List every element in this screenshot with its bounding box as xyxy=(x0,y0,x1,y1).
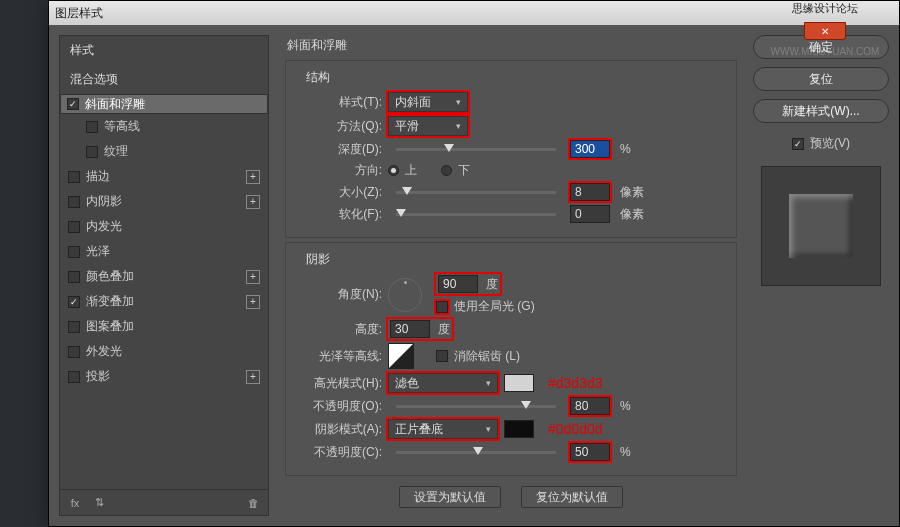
effect-label: 等高线 xyxy=(104,118,140,135)
chevron-down-icon: ▾ xyxy=(456,97,461,107)
shadow-opacity-slider[interactable] xyxy=(396,451,556,454)
direction-label: 方向: xyxy=(296,162,382,179)
cancel-button[interactable]: 复位 xyxy=(753,67,889,91)
preview-checkbox[interactable] xyxy=(792,138,804,150)
highlight-mode-select[interactable]: 滤色▾ xyxy=(388,373,498,393)
angle-dial[interactable] xyxy=(388,278,422,312)
fx-icon[interactable]: fx xyxy=(68,496,82,510)
effect-checkbox[interactable] xyxy=(68,221,80,233)
shadow-hex: #0d0d0d xyxy=(548,421,603,437)
chevron-down-icon: ▾ xyxy=(486,424,491,434)
effect-checkbox[interactable] xyxy=(68,196,80,208)
soften-slider[interactable] xyxy=(396,213,556,216)
highlight-opacity-input[interactable]: 80 xyxy=(570,397,610,415)
effect-row-10[interactable]: 外发光 xyxy=(60,339,268,364)
highlight-opacity-label: 不透明度(O): xyxy=(296,398,382,415)
close-button[interactable]: ✕ xyxy=(804,22,846,40)
effect-checkbox[interactable] xyxy=(68,271,80,283)
direction-down-radio[interactable] xyxy=(441,165,452,176)
bevel-preview-icon xyxy=(789,194,853,258)
effect-label: 内阴影 xyxy=(86,193,122,210)
effect-row-6[interactable]: 光泽 xyxy=(60,239,268,264)
effect-row-8[interactable]: 渐变叠加+ xyxy=(60,289,268,314)
effect-row-0[interactable]: 斜面和浮雕 xyxy=(60,94,268,114)
effect-label: 描边 xyxy=(86,168,110,185)
arrows-icon[interactable]: ⇅ xyxy=(92,496,106,510)
chevron-down-icon: ▾ xyxy=(486,378,491,388)
blend-options-header[interactable]: 混合选项 xyxy=(60,65,268,94)
effect-row-9[interactable]: 图案叠加 xyxy=(60,314,268,339)
altitude-input[interactable]: 30 xyxy=(390,320,430,338)
effect-row-1[interactable]: 等高线 xyxy=(60,114,268,139)
effect-label: 颜色叠加 xyxy=(86,268,134,285)
depth-slider[interactable] xyxy=(396,148,556,151)
add-instance-icon[interactable]: + xyxy=(246,370,260,384)
add-instance-icon[interactable]: + xyxy=(246,195,260,209)
effect-row-3[interactable]: 描边+ xyxy=(60,164,268,189)
effect-row-7[interactable]: 颜色叠加+ xyxy=(60,264,268,289)
effect-checkbox[interactable] xyxy=(68,246,80,258)
reset-default-button[interactable]: 复位为默认值 xyxy=(521,486,623,508)
soften-input[interactable]: 0 xyxy=(570,205,610,223)
add-instance-icon[interactable]: + xyxy=(246,270,260,284)
technique-select[interactable]: 平滑▾ xyxy=(388,116,468,136)
effect-label: 图案叠加 xyxy=(86,318,134,335)
effect-label: 渐变叠加 xyxy=(86,293,134,310)
layer-style-dialog: 图层样式 思缘设计论坛 ✕ WWW.MISSYUAN.COM 样式 混合选项 斜… xyxy=(48,0,900,527)
shadow-mode-select[interactable]: 正片叠底▾ xyxy=(388,419,498,439)
effect-row-5[interactable]: 内发光 xyxy=(60,214,268,239)
highlight-opacity-slider[interactable] xyxy=(396,405,556,408)
effect-label: 纹理 xyxy=(104,143,128,160)
gloss-label: 光泽等高线: xyxy=(296,348,382,365)
trash-icon[interactable]: 🗑 xyxy=(246,496,260,510)
altitude-label: 高度: xyxy=(296,321,382,338)
shadow-color-swatch[interactable] xyxy=(504,420,534,438)
size-label: 大小(Z): xyxy=(296,184,382,201)
effect-checkbox[interactable] xyxy=(67,98,79,110)
antialias-checkbox[interactable] xyxy=(436,350,448,362)
highlight-hex: #d3d3d3 xyxy=(548,375,603,391)
effect-label: 内发光 xyxy=(86,218,122,235)
chevron-down-icon: ▾ xyxy=(456,121,461,131)
window-title: 图层样式 xyxy=(55,5,103,22)
effect-checkbox[interactable] xyxy=(86,121,98,133)
angle-label: 角度(N): xyxy=(296,286,382,303)
depth-input[interactable]: 300 xyxy=(570,140,610,158)
gloss-contour[interactable] xyxy=(388,343,414,369)
shading-legend: 阴影 xyxy=(306,251,726,268)
highlight-color-swatch[interactable] xyxy=(504,374,534,392)
preview-thumbnail xyxy=(761,166,881,286)
size-slider[interactable] xyxy=(396,191,556,194)
shadow-opacity-input[interactable]: 50 xyxy=(570,443,610,461)
effect-row-11[interactable]: 投影+ xyxy=(60,364,268,389)
add-instance-icon[interactable]: + xyxy=(246,170,260,184)
effect-row-2[interactable]: 纹理 xyxy=(60,139,268,164)
panel-title: 斜面和浮雕 xyxy=(287,37,741,54)
effect-row-4[interactable]: 内阴影+ xyxy=(60,189,268,214)
dialog-buttons: 确定 复位 新建样式(W)... 预览(V) xyxy=(753,35,889,516)
effect-label: 斜面和浮雕 xyxy=(85,96,145,113)
new-style-button[interactable]: 新建样式(W)... xyxy=(753,99,889,123)
effect-checkbox[interactable] xyxy=(86,146,98,158)
add-instance-icon[interactable]: + xyxy=(246,295,260,309)
effect-checkbox[interactable] xyxy=(68,296,80,308)
direction-up-radio[interactable] xyxy=(388,165,399,176)
effect-checkbox[interactable] xyxy=(68,346,80,358)
global-light-checkbox[interactable] xyxy=(436,301,448,313)
depth-label: 深度(D): xyxy=(296,141,382,158)
angle-input[interactable]: 90 xyxy=(438,275,478,293)
effect-checkbox[interactable] xyxy=(68,321,80,333)
size-input[interactable]: 8 xyxy=(570,183,610,201)
titlebar[interactable]: 图层样式 思缘设计论坛 ✕ WWW.MISSYUAN.COM xyxy=(49,1,899,25)
effect-label: 光泽 xyxy=(86,243,110,260)
style-select[interactable]: 内斜面▾ xyxy=(388,92,468,112)
effect-label: 投影 xyxy=(86,368,110,385)
effects-list: 样式 混合选项 斜面和浮雕等高线纹理描边+内阴影+内发光光泽颜色叠加+渐变叠加+… xyxy=(59,35,269,516)
effect-checkbox[interactable] xyxy=(68,171,80,183)
watermark: WWW.MISSYUAN.COM xyxy=(771,46,880,57)
effect-checkbox[interactable] xyxy=(68,371,80,383)
styles-header[interactable]: 样式 xyxy=(60,36,268,65)
antialias-label: 消除锯齿 (L) xyxy=(454,348,520,365)
make-default-button[interactable]: 设置为默认值 xyxy=(399,486,501,508)
structure-group: 结构 样式(T): 内斜面▾ 方法(Q): 平滑▾ 深度(D): 30 xyxy=(285,60,737,238)
